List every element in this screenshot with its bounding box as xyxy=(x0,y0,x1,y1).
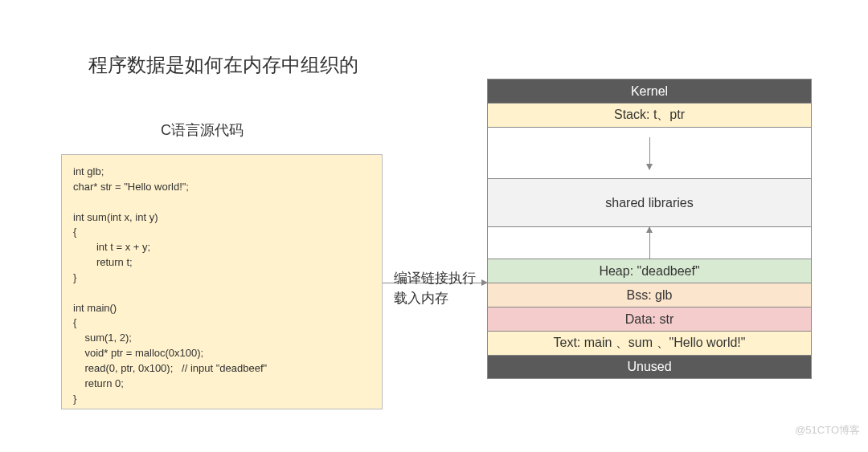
mid-label-compile: 编译链接执行 xyxy=(394,269,476,287)
mem-bss: Bss: glb xyxy=(488,283,811,307)
mem-data: Data: str xyxy=(488,307,811,331)
mem-kernel: Kernel xyxy=(488,79,811,103)
arrow-down-icon xyxy=(649,137,650,169)
mem-stack: Stack: t、ptr xyxy=(488,103,811,127)
mem-text: Text: main 、sum 、"Hello world!" xyxy=(488,331,811,355)
arrow-up-icon xyxy=(649,227,650,259)
mem-stack-grow xyxy=(488,127,811,178)
mem-shared: shared libraries xyxy=(488,178,811,226)
memory-layout: Kernel Stack: t、ptr shared libraries Hea… xyxy=(487,79,812,379)
watermark: @51CTO博客 xyxy=(795,423,860,438)
source-code-block: int glb; char* str = "Hello world!"; int… xyxy=(61,154,383,409)
mid-label-load: 载入内存 xyxy=(394,289,448,307)
mem-unused: Unused xyxy=(488,355,811,379)
diagram-title: 程序数据是如何在内存中组织的 xyxy=(88,52,358,78)
mem-heap-grow xyxy=(488,226,811,259)
code-subtitle: C语言源代码 xyxy=(161,120,244,140)
mem-heap: Heap: "deadbeef" xyxy=(488,259,811,283)
